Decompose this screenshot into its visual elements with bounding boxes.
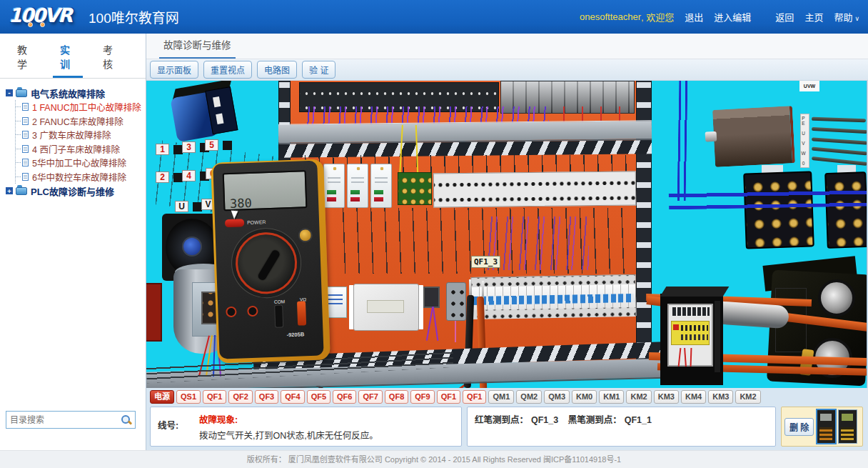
switch-button[interactable]: KM0	[572, 390, 597, 404]
switch-button[interactable]: QF8	[385, 390, 408, 404]
username[interactable]: onesoftteacher	[580, 11, 641, 22]
copyright-text: 版权所有： 厦门凤凰创壹软件有限公司 Copyright © 2014 - 20…	[247, 455, 621, 464]
black-plug[interactable]	[274, 304, 283, 327]
point-label-4[interactable]: 4	[182, 170, 196, 181]
switch-button[interactable]: QF3	[255, 390, 278, 404]
home-link[interactable]: 主页	[804, 10, 823, 24]
transformer-side	[715, 301, 720, 372]
tab-fault-diagnosis[interactable]: 故障诊断与维修	[159, 33, 236, 59]
site-title: 100唯尔教育网	[89, 7, 179, 26]
terminal-id-label: PE U V W 0	[800, 114, 809, 168]
logo-dot-icon	[40, 22, 45, 27]
search-input[interactable]	[10, 415, 121, 425]
multimeter[interactable]: 380 POWER COM VΩ -9205B	[211, 159, 330, 363]
tree-children: 1 FANUC加工中心故障排除 2 FANUC车床故障排除 3 广数车床故障排除…	[15, 100, 143, 184]
back-link[interactable]: 返回	[775, 10, 794, 24]
enter-edit-link[interactable]: 进入编辑	[714, 10, 751, 24]
transformer-label	[671, 321, 710, 345]
collapse-icon[interactable]: -	[6, 89, 13, 96]
folder-icon	[16, 187, 27, 195]
warning-mark	[673, 324, 679, 330]
com-label: COM	[274, 299, 285, 304]
multimeter-display: 380	[223, 170, 308, 211]
switch-button[interactable]: QS1	[176, 390, 201, 404]
switch-button[interactable]: QF1	[203, 390, 226, 404]
tree-folder-electrical[interactable]: - 电气系统故障排除	[6, 86, 143, 100]
switch-button[interactable]: QM2	[516, 390, 542, 404]
switch-button[interactable]: QM3	[544, 390, 570, 404]
breaker-row[interactable]	[471, 274, 637, 319]
instrument-panel: 删 除	[781, 407, 863, 447]
transformer-terminals	[671, 307, 710, 316]
phase-label-u[interactable]: U	[175, 201, 188, 212]
tree-item-fanuc-lathe[interactable]: 2 FANUC车床故障排除	[16, 114, 143, 129]
point-label-3[interactable]: 3	[182, 141, 196, 153]
switch-button[interactable]: QF1	[437, 390, 460, 404]
black-probe-label: 黑笔测到点：	[568, 415, 622, 425]
tree-item-fanuc-machining[interactable]: 1 FANUC加工中心故障排除	[16, 100, 143, 114]
transformer-face	[667, 304, 713, 367]
fault-description: 拨动空气开关,打到ON状态,机床无任何反应。	[199, 428, 378, 442]
contactor	[323, 164, 345, 208]
tree-item-siemens-lathe[interactable]: 4 西门子车床故障排除	[16, 142, 143, 156]
switch-button[interactable]: QF5	[307, 390, 330, 404]
instrument-thumbnail[interactable]	[839, 410, 857, 443]
delete-button[interactable]: 删 除	[784, 418, 814, 436]
switch-button[interactable]: KM3	[708, 390, 733, 404]
switch-button[interactable]: KM2	[735, 390, 760, 404]
cable	[812, 127, 867, 134]
power-switch-button[interactable]: 电源	[150, 390, 174, 404]
tree-item-label: 6华中数控车床故障排除	[32, 170, 126, 184]
switch-button[interactable]: QF9	[410, 390, 434, 404]
tab-teaching[interactable]: 教学	[10, 40, 40, 78]
circuit-diagram-button[interactable]: 电路图	[257, 61, 297, 79]
corner-label: UVW	[799, 81, 819, 91]
tab-assessment[interactable]: 考核	[96, 40, 126, 78]
multimeter-thumbnail[interactable]	[817, 410, 835, 443]
file-icon	[22, 103, 29, 111]
switch-button[interactable]: QF7	[358, 390, 382, 404]
fault-title: 故障现象:	[199, 412, 378, 426]
tree-item-hzhong-machining[interactable]: 5华中加工中心故障排除	[16, 156, 143, 170]
verify-button[interactable]: 验 证	[302, 61, 335, 79]
sidebar-tabs: 教学 实训 考核	[0, 34, 146, 79]
show-panel-button[interactable]: 显示面板	[150, 61, 198, 79]
red-probe-value: QF1_3	[531, 415, 558, 425]
fault-info-box: 线号: 故障现象: 拨动空气开关,打到ON状态,机床无任何反应。	[150, 407, 462, 447]
reset-view-button[interactable]: 重置视点	[203, 61, 252, 79]
label-dots	[681, 325, 708, 331]
site-logo-icon[interactable]: 100VR	[9, 4, 80, 30]
cable	[812, 147, 867, 156]
switch-button[interactable]: QF1	[463, 390, 486, 404]
terminal-block-large	[824, 171, 867, 249]
switch-button[interactable]: KM4	[681, 390, 706, 404]
power-button[interactable]	[225, 219, 244, 227]
tree-folder-plc[interactable]: + PLC故障诊断与维修	[6, 184, 143, 198]
tree-item-gsk-lathe[interactable]: 3 广数车床故障排除	[16, 128, 143, 142]
switch-button[interactable]: QF2	[228, 390, 252, 404]
spindle-cylinder	[818, 279, 855, 317]
switch-button[interactable]: KM3	[654, 390, 679, 404]
switch-button[interactable]: QF4	[281, 390, 304, 404]
tab-training[interactable]: 实训	[53, 40, 83, 78]
switch-button[interactable]: QM1	[488, 390, 514, 404]
tree-item-hzhong-cnc-lathe[interactable]: 6华中数控车床故障排除	[16, 170, 143, 184]
expand-icon[interactable]: +	[6, 187, 13, 194]
3d-scene-viewport[interactable]: QF1_3 1 3 5 2	[146, 81, 867, 388]
help-menu[interactable]: 帮助∨	[834, 10, 859, 24]
switch-button[interactable]: KM2	[626, 390, 651, 404]
point-label-1[interactable]: 1	[156, 144, 169, 155]
red-plug[interactable]	[297, 301, 306, 325]
switch-button[interactable]: QF6	[333, 390, 356, 404]
course-tree: - 电气系统故障排除 1 FANUC加工中心故障排除 2 FANUC车床故障排除…	[0, 79, 146, 198]
point-label-5[interactable]: 5	[205, 139, 218, 151]
cable	[812, 137, 867, 144]
header-links: onesoftteacher , 欢迎您 退出 进入编辑 返回 主页 帮助∨	[569, 10, 859, 24]
dial-knob[interactable]	[257, 249, 281, 282]
file-icon	[22, 117, 29, 125]
search-icon[interactable]	[121, 414, 131, 425]
logout-link[interactable]: 退出	[685, 10, 703, 24]
red-probe-label: 红笔测到点：	[475, 415, 528, 425]
switch-button[interactable]: KM1	[599, 390, 624, 404]
point-label-2[interactable]: 2	[156, 171, 169, 183]
